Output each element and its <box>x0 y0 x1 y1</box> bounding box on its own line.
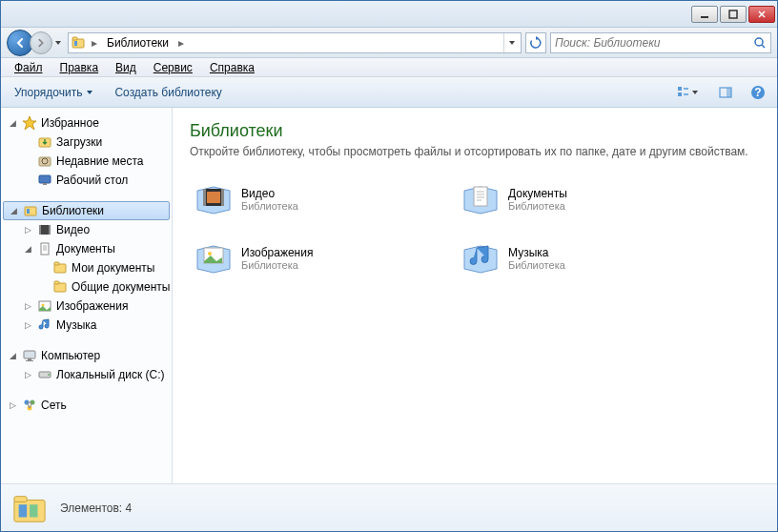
menu-view[interactable]: Вид <box>108 59 144 76</box>
refresh-button[interactable] <box>525 32 546 53</box>
folder-icon <box>52 260 68 276</box>
toolbar: Упорядочить Создать библиотеку ? <box>1 77 777 108</box>
svg-text:?: ? <box>754 86 761 99</box>
svg-rect-0 <box>701 16 708 18</box>
tree-pubdocs[interactable]: Общие документы <box>1 277 172 297</box>
preview-pane-button[interactable] <box>714 81 737 104</box>
status-bar: Элементов: 4 <box>1 483 777 531</box>
tree-local-c[interactable]: ▷ Локальный диск (C:) <box>1 365 172 384</box>
tree-desktop[interactable]: Рабочий стол <box>1 171 172 190</box>
svg-rect-40 <box>207 192 220 203</box>
drive-icon <box>37 367 52 382</box>
forward-button[interactable] <box>30 31 52 54</box>
expand-icon[interactable]: ▷ <box>22 300 33 312</box>
svg-rect-24 <box>54 262 59 265</box>
tree-computer[interactable]: ◢ Компьютер <box>1 346 172 365</box>
music-icon <box>37 317 52 333</box>
tree-images[interactable]: ▷ Изображения <box>1 297 172 316</box>
new-library-button[interactable]: Создать библиотеку <box>109 82 227 103</box>
nav-history-dropdown[interactable] <box>52 33 64 52</box>
library-type: Библиотека <box>241 200 298 212</box>
expand-icon[interactable]: ▷ <box>22 224 33 235</box>
documents-library-icon <box>461 179 501 219</box>
breadcrumb-sep: ▸ <box>90 36 99 50</box>
library-images[interactable]: Изображения Библиотека <box>190 235 428 282</box>
desktop-icon <box>37 173 52 188</box>
search-icon <box>753 36 767 50</box>
video-icon <box>37 222 52 237</box>
library-name: Документы <box>508 187 567 200</box>
organize-button[interactable]: Упорядочить <box>9 82 99 103</box>
tree-libraries[interactable]: ◢ Библиотеки <box>3 201 170 220</box>
computer-icon <box>22 348 37 363</box>
address-dropdown[interactable] <box>503 33 519 52</box>
star-icon <box>22 115 37 131</box>
tree-documents[interactable]: ◢ Документы <box>1 239 172 258</box>
tree-mydocs[interactable]: Мои документы <box>1 258 172 277</box>
svg-point-33 <box>48 374 50 376</box>
content-pane: Библиотеки Откройте библиотеку, чтобы пр… <box>173 108 777 483</box>
library-name: Изображения <box>241 246 313 259</box>
library-type: Библиотека <box>241 259 313 271</box>
images-library-icon <box>194 238 234 278</box>
documents-icon <box>37 241 52 256</box>
svg-rect-46 <box>19 504 28 517</box>
collapse-icon[interactable]: ◢ <box>7 350 18 361</box>
library-video[interactable]: Видео Библиотека <box>190 175 428 223</box>
nav-bar: ▸ Библиотеки ▸ <box>1 28 777 58</box>
library-music[interactable]: Музыка Библиотека <box>457 235 695 282</box>
recent-icon <box>37 153 52 169</box>
expand-icon[interactable]: ▷ <box>22 319 33 331</box>
svg-rect-6 <box>678 87 682 91</box>
libraries-large-icon <box>10 491 49 525</box>
svg-rect-29 <box>24 351 35 358</box>
tree-music[interactable]: ▷ Музыка <box>1 316 172 335</box>
menu-edit[interactable]: Правка <box>52 59 107 76</box>
title-bar <box>1 1 777 28</box>
breadcrumb-root[interactable]: Библиотеки <box>103 34 173 51</box>
tree-favorites[interactable]: ◢ Избранное <box>1 113 172 133</box>
nav-tree: ◢ Избранное Загрузки Недавние места <box>1 108 173 483</box>
collapse-icon[interactable]: ◢ <box>7 117 18 129</box>
menu-bar: Файл Правка Вид Сервис Справка <box>1 58 777 77</box>
help-button[interactable]: ? <box>747 81 769 104</box>
svg-rect-41 <box>474 187 487 206</box>
svg-rect-20 <box>39 225 41 235</box>
menu-file[interactable]: Файл <box>7 59 51 76</box>
folder-icon <box>52 279 68 295</box>
tree-downloads[interactable]: Загрузки <box>1 133 172 152</box>
minimize-button[interactable] <box>691 6 718 23</box>
expand-icon[interactable]: ▷ <box>7 399 18 411</box>
tree-network[interactable]: ▷ Сеть <box>1 396 172 415</box>
status-text: Элементов: 4 <box>60 501 132 515</box>
search-input[interactable] <box>555 36 753 50</box>
svg-rect-31 <box>26 360 33 361</box>
svg-rect-22 <box>41 243 49 255</box>
svg-rect-26 <box>54 281 59 284</box>
network-icon <box>22 398 37 413</box>
music-library-icon <box>461 238 501 278</box>
collapse-icon[interactable]: ◢ <box>8 205 19 216</box>
svg-rect-3 <box>72 37 77 40</box>
tree-video[interactable]: ▷ Видео <box>1 220 172 239</box>
svg-rect-45 <box>14 496 27 501</box>
tree-recent[interactable]: Недавние места <box>1 152 172 171</box>
close-button[interactable] <box>748 6 775 23</box>
library-documents[interactable]: Документы Библиотека <box>457 175 695 223</box>
svg-rect-9 <box>727 88 731 97</box>
address-bar[interactable]: ▸ Библиотеки ▸ <box>68 32 522 53</box>
images-icon <box>37 298 52 314</box>
svg-rect-16 <box>43 183 47 185</box>
expand-icon[interactable]: ▷ <box>22 369 33 380</box>
search-box[interactable] <box>550 32 771 53</box>
svg-rect-4 <box>74 41 77 46</box>
maximize-button[interactable] <box>720 6 747 23</box>
menu-help[interactable]: Справка <box>202 59 262 76</box>
svg-rect-18 <box>27 209 30 214</box>
view-options-button[interactable] <box>670 81 705 104</box>
svg-rect-47 <box>30 504 38 517</box>
menu-tools[interactable]: Сервис <box>146 59 200 76</box>
collapse-icon[interactable]: ◢ <box>22 243 33 255</box>
svg-rect-7 <box>678 92 682 96</box>
svg-rect-38 <box>203 189 206 206</box>
